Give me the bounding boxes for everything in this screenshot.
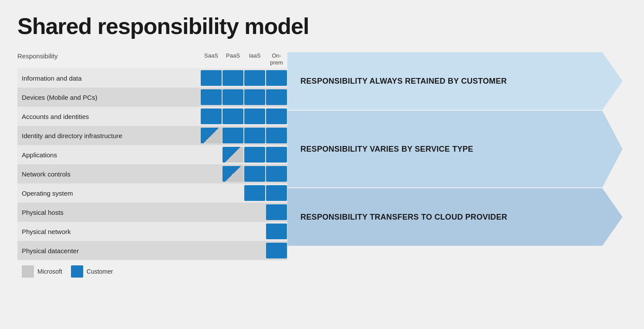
band-arrow-svg <box>287 188 627 246</box>
cell-empty <box>223 204 243 220</box>
cell-customer <box>266 128 287 143</box>
table-row: Identity and directory infrastructure <box>17 126 287 145</box>
col-headers: SaaSPaaSIaaSOn- prem <box>200 52 287 68</box>
row-cells <box>200 203 287 222</box>
cell-customer <box>223 89 243 105</box>
table-row: Applications <box>17 145 287 164</box>
cell-empty <box>244 224 265 239</box>
cell-customer <box>266 166 287 182</box>
table-row: Devices (Mobile and PCs) <box>17 88 287 107</box>
row-label: Physical hosts <box>17 209 200 216</box>
row-cells <box>200 164 287 183</box>
row-cells <box>200 183 287 203</box>
microsoft-label: Microsoft <box>37 268 62 275</box>
cell-empty <box>201 147 222 163</box>
responsibility-header: Responsibility <box>17 52 200 68</box>
table-row: Network controls <box>17 164 287 183</box>
cell-empty <box>223 185 243 201</box>
row-label: Physical datacenter <box>17 247 200 254</box>
cell-empty <box>244 243 265 258</box>
cell-empty <box>201 204 222 220</box>
cell-empty <box>201 224 222 239</box>
rows-container: Information and dataDevices (Mobile and … <box>17 68 287 260</box>
cell-customer <box>244 89 265 105</box>
cell-customer <box>266 185 287 201</box>
row-cells <box>200 241 287 260</box>
row-cells <box>200 145 287 164</box>
microsoft-color-box <box>22 265 34 278</box>
row-label: Accounts and identities <box>17 113 200 120</box>
cell-empty <box>201 166 222 182</box>
row-label: Identity and directory infrastructure <box>17 132 200 139</box>
cell-customer <box>244 147 265 163</box>
row-label: Applications <box>17 151 200 159</box>
cell-empty <box>201 243 222 258</box>
table-header: Responsibility SaaSPaaSIaaSOn- prem <box>17 52 287 68</box>
cell-customer <box>266 147 287 163</box>
cell-half <box>223 147 243 163</box>
page-title: Shared responsibility model <box>17 13 627 39</box>
row-cells <box>200 68 287 88</box>
cell-empty <box>223 243 243 258</box>
band-arrow-svg <box>287 52 627 110</box>
cell-customer <box>266 89 287 105</box>
table-row: Physical network <box>17 222 287 241</box>
table-section: Responsibility SaaSPaaSIaaSOn- prem Info… <box>17 52 287 260</box>
band-0: RESPONSIBILITY ALWAYS RETAINED BY CUSTOM… <box>287 52 627 110</box>
slide: Shared responsibility model Responsibili… <box>0 0 644 329</box>
cell-empty <box>201 185 222 201</box>
row-cells <box>200 126 287 145</box>
row-label: Physical network <box>17 228 200 235</box>
customer-color-box <box>71 265 83 278</box>
band-arrow-svg <box>287 111 627 187</box>
cell-empty <box>244 204 265 220</box>
cell-customer <box>201 70 222 86</box>
table-row: Operating system <box>17 183 287 203</box>
row-label: Network controls <box>17 170 200 178</box>
cell-customer <box>244 70 265 86</box>
cell-customer <box>223 128 243 143</box>
cell-customer <box>266 224 287 239</box>
cell-customer <box>201 109 222 124</box>
cell-customer <box>223 109 243 124</box>
band-1: RESPONSIBILITY VARIES BY SERVICE TYPE <box>287 111 627 187</box>
column-header: SaaS <box>200 52 222 68</box>
table-row: Accounts and identities <box>17 107 287 126</box>
table-row: Physical hosts <box>17 203 287 222</box>
band-2: RESPONSIBILITY TRANSFERS TO CLOUD PROVID… <box>287 188 627 246</box>
legend-microsoft: Microsoft <box>22 265 62 278</box>
row-cells <box>200 107 287 126</box>
row-label: Devices (Mobile and PCs) <box>17 94 200 101</box>
column-header: PaaS <box>222 52 244 68</box>
row-cells <box>200 88 287 107</box>
arrows-wrapper: RESPONSIBILITY ALWAYS RETAINED BY CUSTOM… <box>287 52 627 260</box>
column-header: IaaS <box>244 52 266 68</box>
cell-customer <box>266 204 287 220</box>
content-area: Responsibility SaaSPaaSIaaSOn- prem Info… <box>17 52 627 260</box>
cell-empty <box>223 224 243 239</box>
cell-customer <box>244 166 265 182</box>
cell-customer <box>266 243 287 258</box>
cell-customer <box>244 109 265 124</box>
cell-customer <box>201 89 222 105</box>
legend-customer: Customer <box>71 265 113 278</box>
cell-customer <box>266 70 287 86</box>
cell-half <box>223 166 243 182</box>
legend: Microsoft Customer <box>17 265 627 278</box>
table-row: Physical datacenter <box>17 241 287 260</box>
cell-half <box>201 128 222 143</box>
column-header: On- prem <box>266 52 287 68</box>
cell-customer <box>244 128 265 143</box>
row-label: Operating system <box>17 190 200 197</box>
table-row: Information and data <box>17 68 287 88</box>
cell-customer <box>266 109 287 124</box>
cell-customer <box>244 185 265 201</box>
row-cells <box>200 222 287 241</box>
cell-customer <box>223 70 243 86</box>
row-label: Information and data <box>17 75 200 82</box>
customer-label: Customer <box>87 268 113 275</box>
